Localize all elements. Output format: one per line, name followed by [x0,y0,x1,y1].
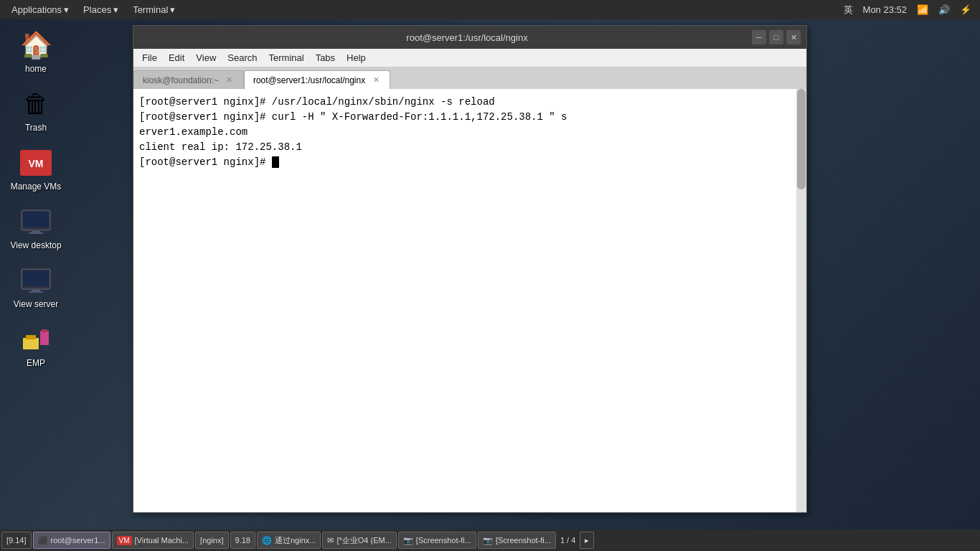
view-desktop-label: View desktop [10,240,61,250]
datetime-display: Mon 23:52 [860,3,910,17]
taskbar-item-terminal[interactable]: ⬛ root@server1... [33,532,110,549]
power-icon: ⚡ [957,3,974,17]
top-panel-right: 英 Mon 23:52 📶 🔊 ⚡ [841,2,974,18]
tab-kiosk-label: kiosk@foundation:~ [143,75,219,85]
tab-kiosk[interactable]: kiosk@foundation:~ ✕ [133,70,244,89]
taskbar-item-browser[interactable]: 🌐 通过nginx... [257,532,321,549]
tab-root-close[interactable]: ✕ [371,75,381,85]
close-button[interactable]: ✕ [786,30,801,44]
places-label: Places [83,4,111,15]
view-server-label: View server [14,299,58,309]
svg-rect-11 [26,335,36,339]
taskbar-item-nginx[interactable]: [nginx] [195,532,228,549]
svg-rect-13 [42,329,47,332]
trash-icon: 🗑 [19,87,53,121]
scrollbar-thumb[interactable] [797,89,806,189]
terminal-cursor [272,156,279,168]
9-18-taskbar-label: 9.18 [235,536,250,545]
terminal-taskbar-icon: ⬛ [38,536,48,545]
svg-rect-7 [23,270,49,286]
terminal-titlebar: root@server1:/usr/local/nginx ─ □ ✕ [133,26,806,49]
menu-terminal[interactable]: Terminal [263,51,310,65]
terminal-menubar: File Edit View Search Terminal Tabs Help [133,49,806,67]
svg-rect-5 [29,232,43,234]
terminal-menu[interactable]: Terminal ▾ [127,3,181,17]
menu-file[interactable]: File [136,51,163,65]
browser-taskbar-label: 通过nginx... [275,535,316,546]
taskbar-next-page[interactable]: ▸ [580,532,594,549]
screenshot1-taskbar-label: [Screenshot-fi... [416,536,471,545]
browser-taskbar-icon: 🌐 [262,536,272,545]
taskbar-item-vm[interactable]: VM [Virtual Machi... [112,532,194,549]
screenshot1-taskbar-icon: 📷 [403,536,413,545]
places-menu[interactable]: Places ▾ [77,3,124,17]
menu-edit[interactable]: Edit [163,51,190,65]
page-indicator-text: 1 / 4 [560,536,575,545]
tab-root[interactable]: root@server1:/usr/local/nginx ✕ [244,70,390,89]
top-panel: Applications ▾ Places ▾ Terminal ▾ 英 Mon… [0,0,980,19]
terminal-window: root@server1:/usr/local/nginx ─ □ ✕ File… [133,25,807,513]
applications-label: Applications [11,4,62,15]
enterprise-taskbar-label: [*企业O4 (EM... [336,535,391,546]
taskbar-item-enterprise[interactable]: ✉ [*企业O4 (EM... [322,532,396,549]
maximize-button[interactable]: □ [769,30,783,44]
screenshot2-taskbar-icon: 📷 [483,536,493,545]
desktop-icon-home[interactable]: 🏠 home [7,25,65,77]
desktop: Applications ▾ Places ▾ Terminal ▾ 英 Mon… [0,0,980,551]
home-icon: 🏠 [19,28,53,62]
vm-taskbar-icon: VM [117,536,132,545]
svg-rect-9 [29,291,43,293]
places-chevron: ▾ [113,4,118,15]
desktop-icon-trash[interactable]: 🗑 Trash [7,84,65,136]
taskbar-item-9-18[interactable]: 9.18 [230,532,255,549]
home-label: home [25,64,47,74]
menu-help[interactable]: Help [341,51,372,65]
tab-root-label: root@server1:/usr/local/nginx [253,75,365,85]
terminal-chevron: ▾ [170,4,175,15]
next-page-icon: ▸ [585,536,589,545]
vm-taskbar-label: [Virtual Machi... [135,536,189,545]
menu-search[interactable]: Search [222,51,263,65]
emp-label: EMP [27,358,45,368]
terminal-output: [root@server1 nginx]# /usr/local/nginx/s… [139,95,801,170]
enterprise-taskbar-icon: ✉ [327,536,334,545]
terminal-scrollbar[interactable] [796,89,806,512]
taskbar-workspace-9-14[interactable]: [9.14] [1,532,32,549]
screenshot2-taskbar-label: [Screenshot-fi... [496,536,551,545]
taskbar-item-screenshot2[interactable]: 📷 [Screenshot-fi... [478,532,556,549]
desktop-icon-emp[interactable]: EMP [7,319,65,371]
taskbar-page-indicator: 1 / 4 [557,536,578,545]
menu-view[interactable]: View [190,51,222,65]
manage-vms-icon: VM [19,146,53,180]
desktop-icon-view-server[interactable]: View server [7,260,65,312]
desktop-icon-view-desktop[interactable]: View desktop [7,202,65,253]
titlebar-buttons: ─ □ ✕ [752,30,801,44]
svg-rect-3 [23,212,49,227]
view-desktop-icon [19,204,53,239]
terminal-content-area[interactable]: [root@server1 nginx]# /usr/local/nginx/s… [133,89,806,512]
top-panel-left: Applications ▾ Places ▾ Terminal ▾ [6,3,181,17]
svg-rect-10 [23,338,39,349]
language-indicator[interactable]: 英 [841,2,856,18]
desktop-icon-manage-vms[interactable]: VM Manage VMs [7,143,65,194]
minimize-button[interactable]: ─ [752,30,766,44]
emp-icon [19,322,53,357]
svg-text:VM: VM [29,158,44,169]
terminal-taskbar-label: root@server1... [51,536,105,545]
manage-vms-label: Manage VMs [11,182,62,192]
desktop-icons-container: 🏠 home 🗑 Trash VM Manage VMs [7,25,65,371]
nginx-taskbar-label: [nginx] [200,536,223,545]
volume-icon: 🔊 [936,3,953,17]
view-server-icon [19,263,53,298]
terminal-tabs: kiosk@foundation:~ ✕ root@server1:/usr/l… [133,67,806,89]
svg-rect-12 [40,331,49,345]
menu-tabs[interactable]: Tabs [310,51,341,65]
taskbar: [9.14] ⬛ root@server1... VM [Virtual Mac… [0,529,980,551]
terminal-label: Terminal [133,4,168,15]
applications-menu[interactable]: Applications ▾ [6,3,75,17]
trash-label: Trash [25,123,47,133]
tab-kiosk-close[interactable]: ✕ [225,75,235,85]
wifi-icon: 📶 [914,3,931,17]
terminal-title: root@server1:/usr/local/nginx [182,32,752,43]
taskbar-item-screenshot1[interactable]: 📷 [Screenshot-fi... [398,532,476,549]
